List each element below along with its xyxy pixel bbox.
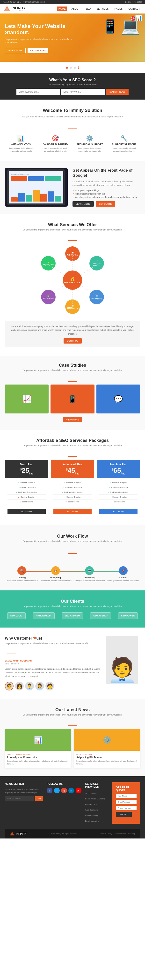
fp-get-quote-btn[interactable]: GET QUOTE	[96, 201, 115, 207]
fp-learn-more-btn[interactable]: LEARN MORE	[72, 201, 94, 207]
feature-1-icon: 📊	[5, 135, 37, 142]
news-content-1: JAMES FRANK GOODMAN Lorem Ipsum Consecte…	[5, 751, 71, 768]
case-card-3[interactable]: 💬	[97, 385, 140, 414]
quote-submit-btn[interactable]: SUBMIT	[116, 812, 132, 817]
news-author-2: ALEX THOMPSON	[76, 753, 138, 755]
social-youtube[interactable]: ▶	[76, 788, 81, 794]
why-us-inner: Why Customer ❤us! Do you want to improve…	[5, 636, 140, 690]
hero-get-started-btn[interactable]: GET STARTED	[27, 48, 48, 53]
nav-services[interactable]: SERVICES	[95, 6, 110, 11]
services-description-box: We are a full service SEO agency. Our so…	[5, 321, 140, 347]
avatar-5[interactable]: 🧑	[45, 682, 54, 690]
footer-newsletter-form: GO	[5, 796, 43, 801]
nav-home[interactable]: HOME	[57, 6, 67, 11]
hero-section: Lets Make Your Website Standout. Do you …	[0, 13, 145, 62]
news-card-1: 📊 JAMES FRANK GOODMAN Lorem Ipsum Consec…	[5, 729, 71, 768]
topbar-phone[interactable]: 📞 1-800-654-321	[3, 1, 21, 3]
footer-link-email[interactable]: Email Marketing	[85, 820, 99, 822]
client-logo-2: APTIVE MEDIA	[33, 612, 55, 619]
why-us-title: Why Customer ❤us!	[5, 636, 102, 641]
clients-desc: Do you want to improve the online visibi…	[5, 605, 140, 608]
news-card-2: ⚙️ ALEX THOMPSON Adipiscing Elit Tempor …	[74, 729, 140, 768]
seo-submit-btn[interactable]: SUBMIT NOW	[106, 89, 129, 95]
news-title-2: Adipiscing Elit Tempor	[76, 756, 138, 759]
news-content-2: ALEX THOMPSON Adipiscing Elit Tempor Lor…	[74, 751, 140, 768]
check-3: We always strive to hit our results whil…	[72, 196, 140, 199]
footer-logo-icon	[10, 831, 14, 836]
pricing-features-advanced: Website Analysis Keyword Research On-Pag…	[51, 478, 94, 506]
hero-learn-more-btn[interactable]: LEARN MORE	[5, 48, 26, 53]
nav-seo[interactable]: SEO	[84, 6, 92, 11]
workflow-step-2: 🎨 Designing Lorem ipsum dolor sit amet c…	[39, 566, 72, 582]
footer-social-col: FOLLOW US f t g in ▶	[47, 782, 81, 824]
plan-price-advanced: $45/mo	[53, 467, 92, 475]
nav-pages[interactable]: PAGES	[113, 6, 124, 11]
pricing-btn-basic[interactable]: BUY NOW	[8, 509, 46, 514]
footer-privacy[interactable]: Privacy Policy	[100, 833, 112, 835]
testimonial-role: CEO - INFINITY	[5, 663, 102, 665]
pf-adv-3: On-Page Optimization	[53, 490, 92, 495]
navbar: INFINITY SEO AGENCY HOME ABOUT SEO SERVI…	[0, 4, 145, 13]
footer-sitemap[interactable]: Sitemap	[128, 833, 135, 835]
seo-url-input[interactable]	[16, 89, 60, 95]
hero-target-icon: 🎯	[130, 16, 135, 21]
ws-title-1: Planing	[5, 576, 39, 579]
topbar-login[interactable]: Login	[125, 1, 130, 3]
ws-desc-2: Lorem ipsum dolor sit amet consectetur	[39, 579, 72, 582]
pf-basic-3: On-Page Optimization	[8, 490, 46, 495]
plan-price-basic: $25/mo	[8, 467, 46, 475]
case-card-2[interactable]: 📱	[50, 385, 94, 414]
footer-terms[interactable]: Terms of Use	[114, 833, 126, 835]
ws-desc-4: Lorem ipsum dolor sit amet consectetur	[106, 579, 140, 582]
dot-2[interactable]	[70, 67, 72, 69]
pf-prem-1: Website Analysis	[99, 480, 137, 485]
social-twitter[interactable]: t	[54, 788, 60, 794]
check-list: Wordpress Top Rankings High Customer sat…	[72, 189, 140, 199]
pricing-btn-premium[interactable]: BUY NOW	[99, 509, 137, 514]
newsletter-input[interactable]	[5, 796, 34, 801]
social-google[interactable]: g	[61, 788, 67, 794]
quote-email-input[interactable]	[116, 800, 137, 804]
pf-basic-4: Content Creation	[8, 495, 46, 500]
case-card-1[interactable]: 📈	[5, 385, 48, 414]
avatar-3[interactable]: 👨‍💼	[25, 682, 34, 690]
pf-prem-4: Content Creation	[99, 495, 137, 500]
pricing-btn-advanced[interactable]: BUY NOW	[53, 509, 92, 514]
footer-link-seo[interactable]: SEO Services	[85, 792, 97, 794]
avatar-4[interactable]: 👩‍💼	[35, 682, 44, 690]
case-grid: 📈 📱 💬	[5, 385, 140, 414]
avatar-1[interactable]: 👨	[5, 682, 13, 690]
footer-link-ppc[interactable]: Pay Per Click	[85, 803, 97, 805]
pf-prem-5: Link Building	[99, 500, 137, 504]
footer-about-text: Lorem ipsum dolor sit amet consectetur a…	[5, 788, 43, 794]
dot-1[interactable]	[66, 67, 68, 69]
footer-logo: INFINITY	[10, 831, 27, 836]
ws-circle-1: 🔍	[18, 566, 26, 575]
feature-3: ⚙️ TECHNICAL SUPPORT Lorem ipsum dolor s…	[74, 135, 106, 152]
footer-link-web[interactable]: Web Designing	[85, 809, 98, 811]
feature-3-icon: ⚙️	[74, 135, 106, 142]
social-facebook[interactable]: f	[47, 788, 52, 794]
case-view-more-btn[interactable]: VIEW MORE	[63, 417, 82, 422]
newsletter-btn[interactable]: GO	[35, 796, 43, 801]
footer-link-content[interactable]: Content Writing	[85, 815, 98, 816]
feature-4-icon: 🔧	[108, 135, 140, 142]
services-title: What Services We Offer	[5, 222, 140, 228]
footer-services-col: SERVICES PROVIDED SEO Services Social Me…	[85, 782, 108, 824]
nav-about[interactable]: ABOUT	[70, 6, 81, 11]
topbar-email[interactable]: ✉ info@infinityseo.com	[23, 1, 45, 3]
avatar-2[interactable]: 👩	[15, 682, 24, 690]
pf-adv-1: Website Analysis	[53, 480, 92, 485]
quote-name-input[interactable]	[116, 794, 137, 798]
services-continue-btn[interactable]: CONTINUE	[64, 338, 82, 344]
quote-phone-input[interactable]	[116, 806, 137, 810]
pricing-features-basic: Website Analysis Keyword Research On-Pag…	[5, 478, 48, 506]
nav-contact[interactable]: CONTACT	[127, 6, 141, 11]
footer-link-social[interactable]: Social Media Marketing	[85, 798, 105, 800]
seo-keyword-input[interactable]	[61, 89, 105, 95]
dot-3[interactable]	[74, 67, 76, 69]
social-linkedin[interactable]: in	[68, 788, 74, 794]
topbar-register[interactable]: Register	[134, 1, 142, 3]
news-desc: Do you want to improve the online visibi…	[5, 714, 140, 716]
why-left: Why Customer ❤us! Do you want to improve…	[5, 636, 102, 690]
